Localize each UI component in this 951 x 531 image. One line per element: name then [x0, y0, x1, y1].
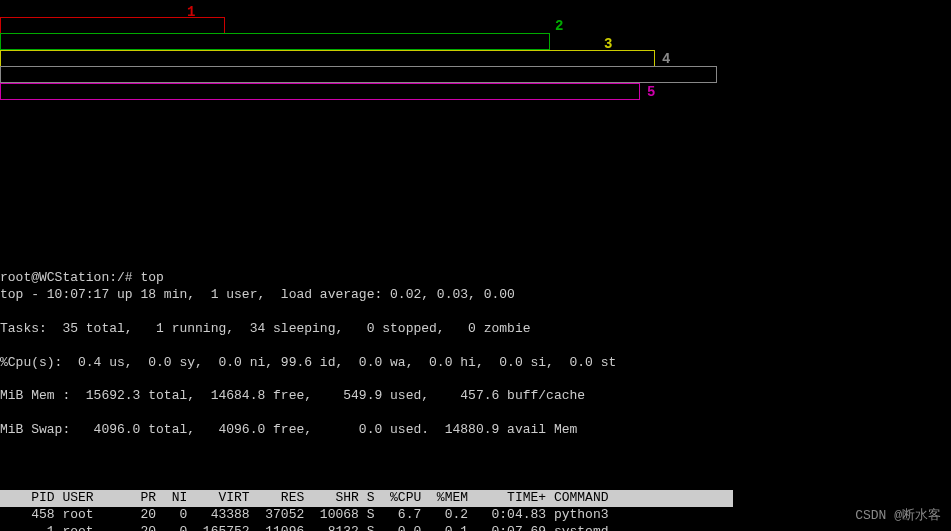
- summary-line-tasks: Tasks: 35 total, 1 running, 34 sleeping,…: [0, 321, 951, 338]
- prompt-cwd: /: [117, 270, 125, 285]
- table-row[interactable]: 1 root 20 0 165752 11096 8132 S 0.0 0.1 …: [0, 524, 951, 531]
- annotation-2: 2: [555, 17, 563, 35]
- annotation-4: 4: [662, 50, 670, 68]
- table-row[interactable]: 458 root 20 0 43388 37052 10068 S 6.7 0.…: [0, 507, 951, 524]
- highlight-box-4: [0, 66, 717, 83]
- summary-line-uptime: top - 10:07:17 up 18 min, 1 user, load a…: [0, 287, 951, 304]
- highlight-box-5: [0, 83, 640, 100]
- summary-line-cpu: %Cpu(s): 0.4 us, 0.0 sy, 0.0 ni, 99.6 id…: [0, 355, 951, 372]
- highlight-box-3: [0, 50, 655, 67]
- prompt-user-host: root@WCStation: [0, 270, 109, 285]
- watermark: CSDN @断水客: [855, 508, 941, 525]
- summary-line-swap: MiB Swap: 4096.0 total, 4096.0 free, 0.0…: [0, 422, 951, 439]
- annotation-5: 5: [647, 83, 655, 101]
- process-table[interactable]: 458 root 20 0 43388 37052 10068 S 6.7 0.…: [0, 507, 951, 531]
- annotation-3: 3: [604, 35, 612, 53]
- prompt-command: top: [140, 270, 163, 285]
- highlight-box-2: [0, 33, 550, 50]
- process-table-header[interactable]: PID USER PR NI VIRT RES SHR S %CPU %MEM …: [0, 490, 733, 507]
- annotation-1: 1: [187, 3, 195, 21]
- blank-line: [0, 456, 951, 473]
- summary-line-mem: MiB Mem : 15692.3 total, 14684.8 free, 5…: [0, 388, 951, 405]
- shell-prompt-top[interactable]: root@WCStation:/# top: [0, 270, 164, 285]
